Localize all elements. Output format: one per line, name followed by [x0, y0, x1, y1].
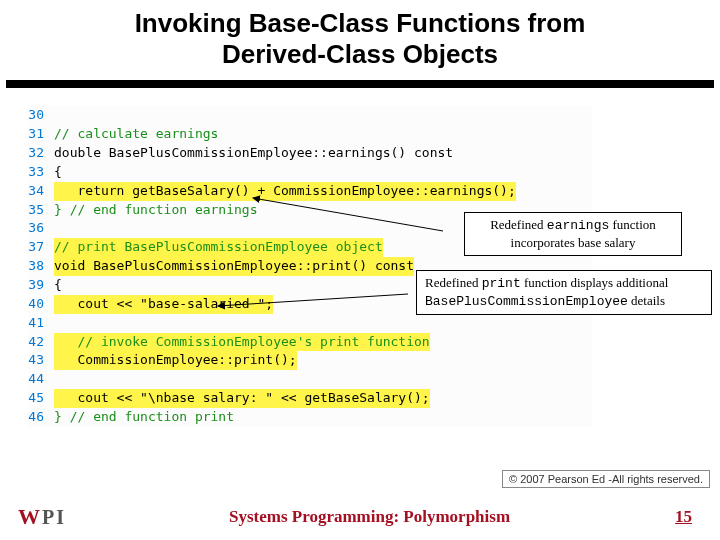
code-content: {: [54, 276, 62, 295]
line-number: 35: [28, 201, 54, 220]
line-number: 42: [28, 333, 54, 352]
code-content: return getBaseSalary() + CommissionEmplo…: [54, 182, 516, 201]
code-line: 45 cout << "\nbase salary: " << getBaseS…: [28, 389, 592, 408]
code-content: } // end function earnings: [54, 201, 258, 220]
logo-letter: P: [42, 506, 54, 529]
callout-print: Redefined print function displays additi…: [416, 270, 712, 315]
logo-letter: I: [56, 506, 64, 529]
code-content: void BasePlusCommissionEmployee::print()…: [54, 257, 414, 276]
title-underline: [6, 80, 714, 88]
page-number: 15: [675, 507, 692, 527]
line-number: 37: [28, 238, 54, 257]
line-number: 40: [28, 295, 54, 314]
code-line: 32double BasePlusCommissionEmployee::ear…: [28, 144, 592, 163]
line-number: 46: [28, 408, 54, 427]
footer: W P I Systems Programming: Polymorphism …: [0, 504, 720, 530]
callout-code: print: [482, 276, 521, 291]
code-line: 41: [28, 314, 592, 333]
code-listing: 3031// calculate earnings32double BasePl…: [28, 106, 592, 426]
code-content: } // end function print: [54, 408, 234, 427]
line-number: 30: [28, 106, 54, 125]
line-number: 38: [28, 257, 54, 276]
callout-text: Redefined: [490, 217, 547, 232]
code-line: 44: [28, 370, 592, 389]
code-content: cout << "base-salaried ";: [54, 295, 273, 314]
code-content: {: [54, 163, 62, 182]
code-line: 34 return getBaseSalary() + CommissionEm…: [28, 182, 592, 201]
code-content: cout << "\nbase salary: " << getBaseSala…: [54, 389, 430, 408]
footer-title: Systems Programming: Polymorphism: [64, 507, 675, 527]
line-number: 31: [28, 125, 54, 144]
line-number: 33: [28, 163, 54, 182]
line-number: 44: [28, 370, 54, 389]
code-line: 42 // invoke CommissionEmployee's print …: [28, 333, 592, 352]
slide-title-block: Invoking Base-Class Functions from Deriv…: [0, 0, 720, 76]
code-line: 31// calculate earnings: [28, 125, 592, 144]
code-content: CommissionEmployee::print();: [54, 351, 297, 370]
slide-title-line1: Invoking Base-Class Functions from: [40, 8, 680, 39]
code-content: // calculate earnings: [54, 125, 218, 144]
line-number: 43: [28, 351, 54, 370]
line-number: 45: [28, 389, 54, 408]
line-number: 32: [28, 144, 54, 163]
code-line: 43 CommissionEmployee::print();: [28, 351, 592, 370]
callout-code: BasePlusCommissionEmployee: [425, 294, 628, 309]
slide-title-line2: Derived-Class Objects: [40, 39, 680, 70]
line-number: 34: [28, 182, 54, 201]
callout-earnings: Redefined earnings function incorporates…: [464, 212, 682, 256]
code-line: 33{: [28, 163, 592, 182]
copyright: © 2007 Pearson Ed -All rights reserved.: [502, 470, 710, 488]
code-content: // print BasePlusCommissionEmployee obje…: [54, 238, 383, 257]
line-number: 36: [28, 219, 54, 238]
callout-text: function displays additional: [521, 275, 669, 290]
code-content: double BasePlusCommissionEmployee::earni…: [54, 144, 453, 163]
callout-code: earnings: [547, 218, 609, 233]
logo-letter: W: [18, 504, 40, 530]
code-area: 3031// calculate earnings32double BasePl…: [0, 88, 720, 426]
code-content: // invoke CommissionEmployee's print fun…: [54, 333, 430, 352]
code-line: 30: [28, 106, 592, 125]
wpi-logo: W P I: [18, 504, 64, 530]
line-number: 39: [28, 276, 54, 295]
line-number: 41: [28, 314, 54, 333]
callout-text: Redefined: [425, 275, 482, 290]
code-line: 46} // end function print: [28, 408, 592, 427]
callout-text: details: [628, 293, 665, 308]
